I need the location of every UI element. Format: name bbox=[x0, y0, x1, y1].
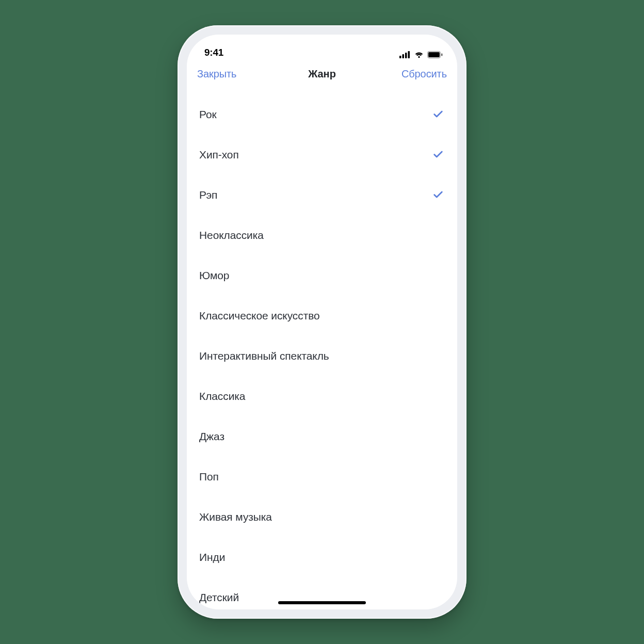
status-time: 9:41 bbox=[204, 47, 223, 58]
genre-label: Юмор bbox=[199, 269, 229, 282]
genre-row[interactable]: Живая музыка bbox=[187, 497, 457, 537]
stage: 9:41 bbox=[0, 0, 644, 644]
genre-row[interactable]: Джаз bbox=[187, 416, 457, 457]
genre-label: Живая музыка bbox=[199, 511, 272, 523]
phone-frame: 9:41 bbox=[178, 25, 466, 619]
genre-row[interactable]: Инди bbox=[187, 537, 457, 577]
reset-button[interactable]: Сбросить bbox=[401, 68, 447, 80]
check-icon bbox=[432, 108, 445, 121]
close-button[interactable]: Закрыть bbox=[197, 68, 236, 80]
genre-row[interactable]: Классика bbox=[187, 376, 457, 416]
status-bar: 9:41 bbox=[187, 35, 457, 59]
screen: 9:41 bbox=[187, 35, 457, 609]
genre-row[interactable]: Поп bbox=[187, 457, 457, 497]
genre-row[interactable]: Интерактивный спектакль bbox=[187, 336, 457, 376]
genre-list[interactable]: РокХип-хопРэпНеоклассикаЮморКлассическое… bbox=[187, 88, 457, 609]
genre-row[interactable]: Классическое искусство bbox=[187, 296, 457, 336]
genre-row[interactable]: Рок bbox=[187, 94, 457, 135]
genre-label: Неоклассика bbox=[199, 229, 264, 242]
wifi-icon bbox=[414, 51, 424, 58]
battery-icon bbox=[427, 51, 443, 58]
svg-rect-2 bbox=[405, 53, 407, 58]
cellular-icon bbox=[399, 51, 411, 58]
nav-bar: Закрыть Жанр Сбросить bbox=[187, 59, 457, 88]
genre-label: Классическое искусство bbox=[199, 310, 320, 322]
genre-label: Классика bbox=[199, 390, 245, 403]
check-icon bbox=[432, 149, 445, 161]
svg-rect-6 bbox=[441, 54, 443, 56]
genre-label: Рэп bbox=[199, 189, 217, 201]
genre-label: Детский bbox=[199, 591, 239, 604]
genre-row[interactable]: Детский bbox=[187, 577, 457, 609]
genre-row[interactable]: Хип-хоп bbox=[187, 135, 457, 175]
svg-rect-3 bbox=[408, 51, 410, 58]
genre-label: Джаз bbox=[199, 430, 224, 443]
genre-label: Поп bbox=[199, 471, 219, 483]
svg-rect-0 bbox=[399, 56, 401, 58]
genre-label: Инди bbox=[199, 551, 225, 564]
genre-row[interactable]: Юмор bbox=[187, 255, 457, 296]
svg-rect-5 bbox=[428, 52, 440, 57]
genre-label: Рок bbox=[199, 108, 217, 121]
genre-label: Интерактивный спектакль bbox=[199, 350, 329, 362]
genre-label: Хип-хоп bbox=[199, 149, 239, 161]
genre-row[interactable]: Неоклассика bbox=[187, 215, 457, 255]
check-icon bbox=[432, 189, 445, 201]
status-indicators bbox=[399, 51, 443, 58]
home-indicator[interactable] bbox=[278, 601, 366, 604]
svg-rect-1 bbox=[403, 54, 405, 58]
genre-row[interactable]: Рэп bbox=[187, 175, 457, 215]
